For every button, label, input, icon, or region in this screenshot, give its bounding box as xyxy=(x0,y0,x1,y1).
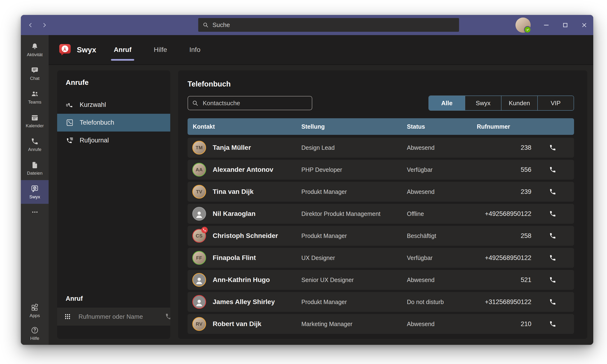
rail-item-apps[interactable]: Apps xyxy=(21,299,49,322)
sidebar-item-kurzwahl[interactable]: Kurzwahl xyxy=(57,96,170,114)
dial-input-row[interactable] xyxy=(57,308,170,325)
tab-anruf[interactable]: Anruf xyxy=(112,35,133,65)
contact-cell: FFFinapola Flint xyxy=(187,251,301,265)
call-contact-button[interactable] xyxy=(531,144,574,151)
contact-name: Robert van Dijk xyxy=(213,320,261,328)
call-contact-button[interactable] xyxy=(531,276,574,284)
user-avatar[interactable] xyxy=(515,17,531,33)
call-contact-button[interactable] xyxy=(531,320,574,327)
avatar: TM xyxy=(192,141,206,155)
forward-icon[interactable] xyxy=(41,22,47,28)
contact-row[interactable]: FFFinapola FlintUX DesignerVerfügbar+492… xyxy=(187,248,574,268)
sidebar-item-label: Kurzwahl xyxy=(80,101,106,108)
ellipsis-icon xyxy=(31,208,39,217)
contact-number: 239 xyxy=(477,188,531,195)
contact-name: James Alley Shirley xyxy=(213,298,275,306)
close-button[interactable] xyxy=(581,22,588,28)
rail-item-label: Teams xyxy=(28,100,41,104)
contact-row[interactable]: RVRobert van DijkMarketing ManagerAbwese… xyxy=(187,314,574,334)
rail-item-anrufe[interactable]: Anrufe xyxy=(21,133,49,156)
contact-number: 521 xyxy=(477,276,531,284)
sidebar-item-telefonbuch[interactable]: Telefonbuch xyxy=(57,114,170,131)
col-header-kontakt: Kontakt xyxy=(187,123,301,130)
contact-name: Ann-Kathrin Hugo xyxy=(213,276,270,284)
search-icon xyxy=(202,22,209,28)
contact-status: Abwesend xyxy=(407,144,477,151)
bell-icon xyxy=(31,43,39,51)
contact-status: Abwesend xyxy=(407,188,477,195)
sidebar-item-rufjournal[interactable]: Rufjournal xyxy=(57,131,170,149)
contact-search-input[interactable] xyxy=(202,99,308,107)
more-apps-button[interactable] xyxy=(21,204,49,221)
rail-item-kalender[interactable]: Kalender xyxy=(21,109,49,133)
maximize-button[interactable] xyxy=(562,22,568,28)
contact-position: Design Lead xyxy=(301,144,407,151)
tab-info[interactable]: Info xyxy=(187,35,202,65)
rail-item-teams[interactable]: Teams xyxy=(21,85,49,109)
contact-row[interactable]: James Alley ShirleyProdukt ManagerDo not… xyxy=(187,292,574,312)
rail-item-chat[interactable]: Chat xyxy=(21,62,49,85)
contact-status: Abwesend xyxy=(407,276,477,284)
contact-position: UX Designer xyxy=(301,255,407,261)
rail-item-label: Apps xyxy=(30,313,40,318)
filter-alle[interactable]: Alle xyxy=(429,96,465,110)
contact-status: Abwesend xyxy=(407,321,477,327)
call-section-title: Anruf xyxy=(66,295,170,302)
contact-position: Marketing Manager xyxy=(301,321,407,327)
rail-item-aktivit-t[interactable]: Aktivität xyxy=(21,38,49,62)
tab-hilfe[interactable]: Hilfe xyxy=(152,35,169,65)
contact-status: Offline xyxy=(407,210,477,217)
col-header-rufnummer: Rufnummer xyxy=(477,123,531,130)
global-search-input[interactable] xyxy=(212,21,455,29)
sidebar-item-label: Rufjournal xyxy=(80,137,109,144)
contact-position: Direktor Produkt Management xyxy=(301,210,407,217)
file-icon xyxy=(31,161,39,169)
rail-spacer xyxy=(21,221,49,299)
phone-icon xyxy=(31,137,39,145)
sidebar-bottom: Anruf xyxy=(57,295,170,339)
contact-row[interactable]: AAAlexander AntonovPHP DeveloperVerfügba… xyxy=(187,160,574,180)
contact-search[interactable] xyxy=(187,96,312,110)
sidebar-item-label: Telefonbuch xyxy=(80,119,114,126)
call-contact-button[interactable] xyxy=(531,188,574,195)
avatar xyxy=(192,295,206,309)
call-journal-icon xyxy=(66,136,74,144)
filter-kunden[interactable]: Kunden xyxy=(501,96,537,110)
call-contact-button[interactable] xyxy=(531,232,574,239)
contact-row[interactable]: CSChristoph SchneiderProdukt ManagerBesc… xyxy=(187,226,574,246)
call-contact-button[interactable] xyxy=(531,254,574,261)
rail-item-label: Dateien xyxy=(27,171,43,175)
contact-row[interactable]: TVTina van DijkProdukt ManagerAbwesend23… xyxy=(187,182,574,202)
global-search[interactable] xyxy=(198,18,459,32)
contact-cell: James Alley Shirley xyxy=(187,295,301,309)
contact-row[interactable]: TMTanja MüllerDesign LeadAbwesend238 xyxy=(187,138,574,157)
col-header-stellung: Stellung xyxy=(301,123,407,130)
rail-item-swyx[interactable]: Swyx xyxy=(21,180,49,204)
dialpad-icon xyxy=(64,313,71,320)
call-contact-button[interactable] xyxy=(531,166,574,173)
appbar-tabs: AnrufHilfeInfo xyxy=(112,35,221,65)
chat-icon xyxy=(31,66,39,74)
minimize-button[interactable] xyxy=(543,22,550,28)
person-icon xyxy=(195,275,204,285)
contact-number: 238 xyxy=(477,144,531,151)
contact-position: Produkt Manager xyxy=(301,188,407,195)
filter-vip[interactable]: VIP xyxy=(537,96,574,110)
call-contact-button[interactable] xyxy=(531,210,574,217)
contact-name: Alexander Antonov xyxy=(213,166,273,173)
dial-input[interactable] xyxy=(78,313,158,321)
rail-item-dateien[interactable]: Dateien xyxy=(21,156,49,180)
sidebar-nav: KurzwahlTelefonbuchRufjournal xyxy=(57,96,170,149)
call-contact-button[interactable] xyxy=(531,298,574,305)
back-icon[interactable] xyxy=(27,22,34,28)
contact-row[interactable]: Nil KaraoglanDirektor Produkt Management… xyxy=(187,204,574,224)
rail-item-label: Aktivität xyxy=(27,52,43,57)
filter-swyx[interactable]: Swyx xyxy=(465,96,501,110)
avatar: RV xyxy=(192,317,206,331)
contact-row[interactable]: Ann-Kathrin HugoSenior UX DesignerAbwese… xyxy=(187,270,574,290)
contact-number: +312568950122 xyxy=(477,298,531,306)
main-area: Anrufe KurzwahlTelefonbuchRufjournal Anr… xyxy=(49,65,593,345)
avatar xyxy=(192,207,206,221)
rail-item-hilfe[interactable]: Hilfe xyxy=(21,322,49,345)
dial-call-icon[interactable] xyxy=(165,313,170,320)
